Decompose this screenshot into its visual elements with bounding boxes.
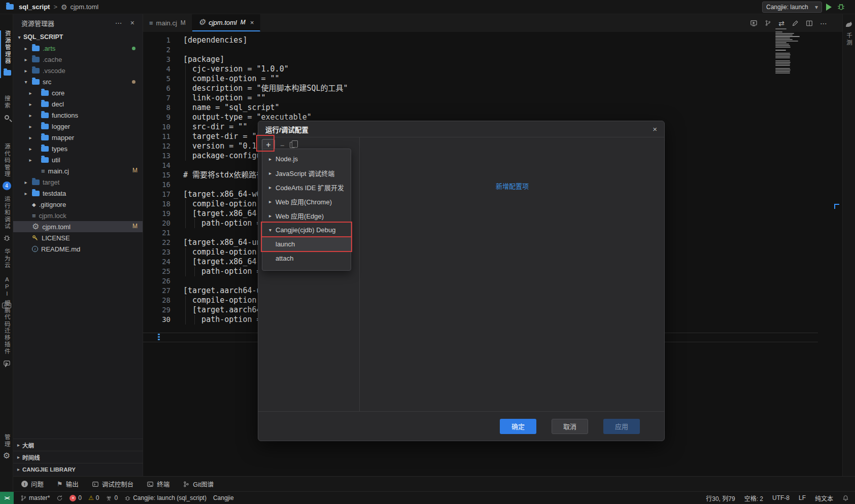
status-item[interactable]: ×0 <box>70 494 82 501</box>
sidebar-section-1[interactable]: ▸大纲 <box>13 439 143 451</box>
tree-item-readme.md[interactable]: iREADME.md <box>13 243 143 255</box>
tab-main-cj[interactable]: ≡main.cjM <box>143 14 192 31</box>
run-button[interactable] <box>826 4 832 11</box>
status-item[interactable]: master* <box>20 494 50 501</box>
breadcrumb-project[interactable]: sql_script <box>19 3 50 11</box>
sidebar-section-label: CANGJIE LIBRARY <box>22 466 76 473</box>
tab-cjpm-toml[interactable]: ⚙cjpm.tomlM× <box>192 14 261 31</box>
code-text <box>170 161 183 170</box>
split-editor-icon[interactable] <box>806 20 813 27</box>
ok-button[interactable]: 确定 <box>500 419 536 434</box>
files-folder-icon <box>4 70 11 76</box>
dropdown-item-node-js[interactable]: ▸Node.js <box>262 152 351 166</box>
status-item[interactable]: UTF-8 <box>772 494 790 501</box>
tree-item-.arts[interactable]: ▸.arts <box>13 43 143 54</box>
line-number: 13 <box>143 151 170 161</box>
code-line-4: 4 cjc-version = "1.0.0" <box>143 64 842 74</box>
panel-tab-终端[interactable]: 终端 <box>147 479 169 489</box>
tree-item-logger[interactable]: ▸logger <box>13 121 143 132</box>
dropdown-item-cangjie-cjdb-debug[interactable]: ▾Cangjie(cjdb) Debug <box>262 223 351 237</box>
apply-button[interactable]: 应用 <box>603 419 640 434</box>
status-item[interactable] <box>56 495 63 501</box>
close-icon[interactable]: × <box>130 19 134 27</box>
compare-icon[interactable]: ⇄ <box>778 19 784 27</box>
dropdown-item-web-chrome-[interactable]: ▸Web 应用(Chrome) <box>262 194 351 208</box>
status-item[interactable]: ⚠0 <box>88 494 99 501</box>
tree-item-types[interactable]: ▸types <box>13 143 143 154</box>
close-icon[interactable]: × <box>653 125 657 133</box>
status-item-label: Cangjie: launch (sql_script) <box>133 494 207 501</box>
tree-item-target[interactable]: ▸target <box>13 176 143 188</box>
copy-config-icon[interactable] <box>290 142 295 148</box>
remote-indicator[interactable]: >< <box>0 492 14 504</box>
right-bar-label[interactable]: 千测 <box>845 32 853 46</box>
bird-icon[interactable] <box>844 20 853 28</box>
panel-tab-git图谱[interactable]: Git图谱 <box>183 479 214 489</box>
tree-item-.cache[interactable]: ▸.cache <box>13 54 143 65</box>
branch-icon[interactable] <box>765 20 771 26</box>
tree-item-functions[interactable]: ▸functions <box>13 110 143 121</box>
panel-tab-调试控制台[interactable]: 调试控制台 <box>92 479 134 489</box>
line-number: 22 <box>143 238 170 247</box>
activity-item-4[interactable]: 运行和调试 <box>0 196 13 243</box>
tree-item-cjpm.toml[interactable]: ⚙cjpm.tomlM <box>13 221 143 232</box>
tree-item-cjpm.lock[interactable]: ≡cjpm.lock <box>13 210 143 221</box>
warning-icon: ⚠ <box>88 494 94 501</box>
line-number: 9 <box>143 113 170 122</box>
status-item[interactable]: 行30, 列79 <box>706 494 735 502</box>
status-item[interactable]: Cangjie <box>213 494 234 501</box>
tree-item-label: README.md <box>41 245 80 253</box>
tree-item-main.cj[interactable]: ≡main.cjM <box>13 165 143 176</box>
tree-item-mapper[interactable]: ▸mapper <box>13 132 143 143</box>
panel-tab-问题[interactable]: !问题 <box>21 479 44 489</box>
tree-item-license[interactable]: LICENSE <box>13 232 143 243</box>
status-item[interactable]: 空格: 2 <box>744 494 763 502</box>
tree-item-testdata[interactable]: ▸testdata <box>13 188 143 199</box>
status-item[interactable]: 纯文本 <box>815 494 833 502</box>
tree-item-src[interactable]: ▾src <box>13 76 143 87</box>
cancel-button[interactable]: 取消 <box>552 419 588 434</box>
sidebar-section-3[interactable]: ▸CANGJIE LIBRARY <box>13 463 143 475</box>
activity-item-manage[interactable]: 管理⚙ <box>0 434 13 461</box>
dropdown-item-codearts-ide-[interactable]: ▸CodeArts IDE 扩展开发 <box>262 180 351 194</box>
remove-config-button[interactable]: − <box>280 141 285 150</box>
tree-item-core[interactable]: ▸core <box>13 87 143 98</box>
status-item[interactable]: Cangjie: launch (sql_script) <box>124 494 207 501</box>
activity-item-6[interactable]: 鲲鹏代码迁移插件 <box>0 300 13 368</box>
pencil-icon[interactable] <box>792 20 799 27</box>
tree-item-sql-script[interactable]: ▾SQL_SCRIPT <box>13 31 143 43</box>
activity-item-2[interactable]: 搜索 <box>0 95 13 122</box>
chevron-right-icon: ▸ <box>28 146 33 152</box>
tree-item-label: functions <box>52 112 78 119</box>
folder-icon <box>32 79 40 85</box>
sidebar-section-2[interactable]: ▸时间线 <box>13 451 143 463</box>
add-config-link[interactable]: 新增配置项 <box>359 181 665 191</box>
dropdown-item-web-edge-[interactable]: ▸Web 应用(Edge) <box>262 208 351 223</box>
breadcrumb-file[interactable]: cjpm.toml <box>71 3 99 11</box>
code-text: [target.aarch64-un <box>170 286 266 296</box>
code-text <box>170 45 183 55</box>
status-item[interactable]: 0 <box>106 494 118 501</box>
dropdown-item-attach[interactable]: attach <box>262 251 351 265</box>
tree-item-util[interactable]: ▸util <box>13 154 143 165</box>
line-number: 16 <box>143 180 170 190</box>
tree-item-.gitignore[interactable]: ◆.gitignore <box>13 199 143 210</box>
activity-item-1[interactable]: 资源管理器 <box>0 30 13 78</box>
activity-item-label: 资源管理器 <box>4 30 10 65</box>
tree-item-.vscode[interactable]: ▸.vscode <box>13 65 143 76</box>
more-icon[interactable]: ⋯ <box>115 19 122 27</box>
debug-button[interactable] <box>837 3 845 11</box>
tree-item-decl[interactable]: ▸decl <box>13 98 143 110</box>
status-item[interactable]: LF <box>799 494 806 501</box>
status-item[interactable] <box>842 495 849 501</box>
minimap[interactable] <box>775 28 818 74</box>
close-icon[interactable]: × <box>250 19 254 26</box>
more-icon[interactable]: ⋯ <box>820 19 827 27</box>
run-config-select[interactable]: Cangjie: launch ▾ <box>762 2 822 13</box>
panel-tab-输出[interactable]: ⚑输出 <box>57 479 79 489</box>
dropdown-item-javascript-[interactable]: ▸JavaScript 调试终端 <box>262 166 351 180</box>
dropdown-item-launch[interactable]: launch <box>262 237 351 251</box>
folder-icon <box>41 113 49 118</box>
activity-item-3[interactable]: 源代码管理4 <box>0 143 13 191</box>
run-environment-icon[interactable] <box>750 19 758 27</box>
